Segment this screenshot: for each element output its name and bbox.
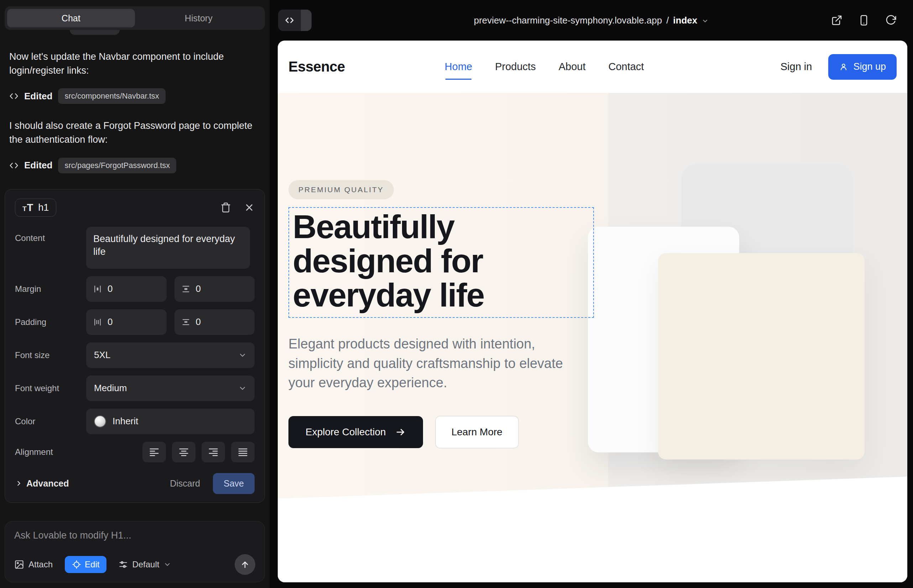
nav-link-about[interactable]: About bbox=[559, 61, 586, 73]
font-weight-row: Font weight Medium bbox=[15, 375, 254, 401]
align-center-button[interactable] bbox=[172, 442, 196, 462]
code-view-toggle[interactable] bbox=[278, 10, 312, 31]
sign-up-button[interactable]: Sign up bbox=[828, 54, 897, 80]
edited-label: Edited bbox=[24, 91, 52, 102]
site-nav-actions: Sign in Sign up bbox=[780, 54, 897, 80]
horizontal-padding-icon bbox=[93, 318, 102, 326]
margin-x-input[interactable]: 0 bbox=[86, 276, 167, 302]
margin-label: Margin bbox=[15, 284, 86, 294]
align-justify-button[interactable] bbox=[231, 442, 254, 462]
attach-label: Attach bbox=[29, 559, 53, 570]
chevron-down-icon bbox=[163, 561, 171, 569]
spacer bbox=[0, 503, 270, 515]
chevron-right-icon bbox=[15, 480, 23, 487]
editor-header: TT h1 bbox=[15, 199, 254, 217]
edit-mode-button[interactable]: Edit bbox=[65, 556, 107, 573]
color-value: Inherit bbox=[113, 416, 138, 427]
margin-y-input[interactable]: 0 bbox=[175, 276, 255, 302]
hero-subtext: Elegant products designed with intention… bbox=[288, 334, 573, 392]
preview-pane: preview--charming-site-symphony.lovable.… bbox=[270, 0, 913, 588]
person-icon bbox=[839, 62, 848, 71]
edited-file-row: Edited src/pages/ForgotPassword.tsx bbox=[9, 158, 260, 173]
font-size-row: Font size 5XL bbox=[15, 342, 254, 368]
align-right-button[interactable] bbox=[202, 442, 225, 462]
horizontal-spacing-icon bbox=[93, 285, 102, 293]
edit-label: Edit bbox=[85, 559, 99, 570]
mode-select[interactable]: Default bbox=[118, 559, 171, 570]
hero-section: PREMIUM QUALITY Beautifully designed for… bbox=[278, 93, 907, 527]
margin-row: Margin 0 0 bbox=[15, 276, 254, 302]
sign-in-button[interactable]: Sign in bbox=[780, 61, 812, 73]
selected-element-outline[interactable]: Beautifully designed for everyday life bbox=[288, 207, 594, 318]
padding-row: Padding 0 0 bbox=[15, 309, 254, 335]
chat-history-tabs: Chat History bbox=[5, 6, 265, 30]
next-section bbox=[278, 527, 907, 582]
chevron-down-icon bbox=[238, 384, 247, 393]
tab-chat[interactable]: Chat bbox=[7, 9, 135, 27]
file-badge[interactable]: src/pages/ForgotPassword.tsx bbox=[58, 158, 176, 173]
open-external-button[interactable] bbox=[831, 15, 842, 26]
alignment-label: Alignment bbox=[15, 447, 86, 457]
code-icon bbox=[9, 92, 18, 101]
color-picker[interactable]: Inherit bbox=[86, 409, 254, 434]
builder-sidebar: Chat History Now let's update the Navbar… bbox=[0, 0, 270, 588]
external-link-icon bbox=[831, 15, 842, 26]
content-input[interactable]: Beautifully designed for everyday life bbox=[86, 227, 250, 269]
color-swatch bbox=[94, 415, 106, 428]
explore-collection-button[interactable]: Explore Collection bbox=[288, 416, 423, 448]
nav-link-contact[interactable]: Contact bbox=[608, 61, 644, 73]
content-row: Content Beautifully designed for everyda… bbox=[15, 227, 254, 269]
nav-link-products[interactable]: Products bbox=[495, 61, 536, 73]
refresh-icon bbox=[885, 15, 897, 26]
site-logo[interactable]: Essence bbox=[288, 59, 345, 75]
file-badge[interactable]: src/components/Navbar.tsx bbox=[58, 88, 165, 104]
font-weight-select[interactable]: Medium bbox=[86, 375, 254, 401]
prompt-input[interactable] bbox=[14, 530, 255, 551]
attach-button[interactable]: Attach bbox=[14, 559, 53, 570]
vertical-spacing-icon bbox=[181, 285, 190, 293]
selected-element-chip[interactable]: TT h1 bbox=[15, 199, 56, 217]
learn-more-button[interactable]: Learn More bbox=[435, 416, 519, 449]
explore-collection-label: Explore Collection bbox=[306, 426, 386, 438]
font-weight-label: Font weight bbox=[15, 383, 86, 393]
element-tag: h1 bbox=[38, 202, 49, 213]
refresh-button[interactable] bbox=[885, 15, 897, 26]
color-label: Color bbox=[15, 417, 86, 426]
close-icon[interactable] bbox=[244, 202, 254, 213]
site-navbar: Essence Home Products About Contact Sign… bbox=[278, 40, 907, 93]
font-size-select[interactable]: 5XL bbox=[86, 342, 254, 368]
margin-y-value: 0 bbox=[196, 283, 201, 294]
font-weight-value: Medium bbox=[94, 383, 127, 394]
advanced-toggle[interactable]: Advanced bbox=[15, 478, 69, 489]
send-button[interactable] bbox=[235, 554, 255, 575]
preview-topbar: preview--charming-site-symphony.lovable.… bbox=[270, 0, 913, 40]
hero-heading[interactable]: Beautifully designed for everyday life bbox=[293, 210, 591, 312]
chat-messages: Now let's update the Navbar component to… bbox=[0, 30, 270, 173]
code-icon bbox=[278, 10, 301, 31]
nav-link-home[interactable]: Home bbox=[445, 61, 472, 73]
chevron-down-icon bbox=[701, 18, 709, 24]
edited-file-row: Edited src/components/Navbar.tsx bbox=[9, 88, 260, 104]
align-left-button[interactable] bbox=[142, 442, 166, 462]
url-page: index bbox=[673, 15, 697, 26]
arrow-right-icon bbox=[395, 427, 406, 438]
preview-url[interactable]: preview--charming-site-symphony.lovable.… bbox=[474, 15, 709, 26]
color-row: Color Inherit bbox=[15, 409, 254, 434]
save-button[interactable]: Save bbox=[213, 473, 254, 494]
tab-history[interactable]: History bbox=[135, 9, 263, 27]
font-size-label: Font size bbox=[15, 350, 86, 360]
mobile-view-button[interactable] bbox=[858, 15, 869, 26]
app-root: Chat History Now let's update the Navbar… bbox=[0, 0, 913, 588]
editor-footer: Advanced Discard Save bbox=[15, 473, 254, 494]
sign-up-label: Sign up bbox=[853, 61, 886, 72]
image-icon bbox=[14, 559, 24, 570]
content-label: Content bbox=[15, 233, 86, 243]
padding-label: Padding bbox=[15, 317, 86, 327]
discard-button[interactable]: Discard bbox=[170, 478, 200, 489]
font-size-value: 5XL bbox=[94, 349, 110, 360]
url-separator: / bbox=[666, 15, 669, 26]
padding-x-input[interactable]: 0 bbox=[86, 309, 167, 335]
padding-y-input[interactable]: 0 bbox=[175, 309, 255, 335]
alignment-row: Alignment bbox=[15, 442, 254, 462]
delete-element-button[interactable] bbox=[220, 202, 231, 213]
